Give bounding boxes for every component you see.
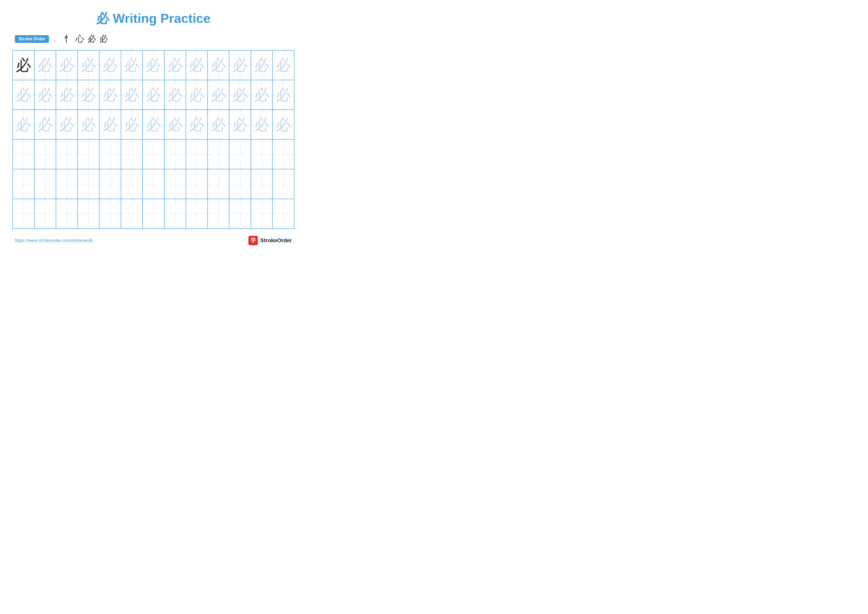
grid-cell[interactable]: 必 [273, 50, 294, 80]
grid-cell[interactable]: 必 [99, 80, 121, 110]
grid-cell[interactable] [229, 169, 251, 199]
grid-cell[interactable] [208, 199, 229, 229]
grid-cell[interactable] [273, 169, 294, 199]
grid-cell[interactable]: 必 [208, 50, 229, 80]
grid-cell[interactable]: 必 [143, 80, 164, 110]
grid-cell[interactable]: 必 [12, 110, 34, 140]
grid-cell[interactable] [143, 169, 164, 199]
cell-char: 必 [59, 58, 74, 73]
cell-char: 必 [37, 87, 53, 103]
cell-char: 必 [59, 117, 74, 132]
footer-url[interactable]: https://www.strokeorder.com/chinese/必 [15, 238, 93, 244]
grid-cell[interactable] [186, 199, 208, 229]
stroke-seq-2: 忄 [64, 33, 72, 45]
grid-cell[interactable]: 必 [208, 110, 229, 140]
grid-cell[interactable]: 必 [273, 110, 294, 140]
stroke-seq-5: 必 [99, 33, 108, 45]
grid-cell[interactable] [229, 140, 251, 169]
grid-cell[interactable]: 必 [229, 110, 251, 140]
grid-cell[interactable]: 必 [34, 80, 56, 110]
grid-cell[interactable]: 必 [56, 80, 78, 110]
grid-cell[interactable]: 必 [164, 80, 186, 110]
grid-cell[interactable] [34, 199, 56, 229]
grid-cell[interactable] [34, 140, 56, 169]
grid-cell[interactable] [208, 169, 229, 199]
grid-cell[interactable]: 必 [229, 80, 251, 110]
grid-cell[interactable]: 必 [34, 50, 56, 80]
grid-cell[interactable] [121, 169, 143, 199]
grid-cell[interactable]: 必 [78, 110, 99, 140]
grid-cell[interactable]: 必 [99, 110, 121, 140]
grid-cell[interactable] [12, 140, 34, 169]
grid-cell[interactable] [121, 199, 143, 229]
grid-cell[interactable]: 必 [186, 110, 208, 140]
grid-cell[interactable] [251, 169, 273, 199]
grid-cell[interactable] [186, 169, 208, 199]
grid-cell[interactable]: 必 [12, 80, 34, 110]
grid-cell[interactable] [121, 140, 143, 169]
grid-cell[interactable] [164, 169, 186, 199]
cell-char: 必 [189, 117, 205, 132]
grid-cell[interactable]: 必 [99, 50, 121, 80]
grid-cell[interactable] [229, 199, 251, 229]
grid-cell[interactable] [208, 140, 229, 169]
grid-cell[interactable]: 必 [143, 50, 164, 80]
grid-cell[interactable] [56, 169, 78, 199]
grid-cell[interactable] [143, 199, 164, 229]
grid-cell[interactable]: 必 [121, 80, 143, 110]
grid-cell[interactable] [78, 140, 99, 169]
grid-cell[interactable]: 必 [34, 110, 56, 140]
grid-cell[interactable]: 必 [121, 110, 143, 140]
cell-char: 必 [146, 117, 161, 132]
grid-cell[interactable]: 必 [273, 80, 294, 110]
cell-char: 必 [167, 58, 183, 73]
grid-cell[interactable]: 必 [251, 110, 273, 140]
cell-char: 必 [16, 117, 31, 132]
brand-icon: 字 [248, 236, 258, 245]
grid-cell[interactable]: 必 [229, 50, 251, 80]
cell-char: 必 [254, 117, 270, 132]
grid-cell[interactable]: 必 [164, 50, 186, 80]
grid-cell[interactable] [12, 199, 34, 229]
grid-cell[interactable] [99, 199, 121, 229]
grid-cell[interactable] [78, 199, 99, 229]
grid-cell[interactable] [56, 140, 78, 169]
stroke-order-badge: Stroke Order [15, 35, 49, 43]
grid-cell[interactable] [251, 199, 273, 229]
grid-cell[interactable]: 必 [56, 50, 78, 80]
cell-char: 必 [37, 58, 53, 73]
grid-cell[interactable]: 必 [78, 80, 99, 110]
cell-char: 必 [211, 87, 226, 103]
grid-cell[interactable]: 必 [164, 110, 186, 140]
grid-cell[interactable] [273, 199, 294, 229]
practice-grid: 必必必必必必必必必必必必必必必必必必必必必必必必必必必必必必必必必必必必必必必 [12, 50, 294, 229]
grid-cell[interactable] [99, 140, 121, 169]
grid-cell[interactable]: 必 [208, 80, 229, 110]
grid-cell[interactable]: 必 [186, 80, 208, 110]
grid-cell[interactable]: 必 [78, 50, 99, 80]
cell-char: 必 [276, 117, 291, 132]
cell-char: 必 [81, 117, 96, 132]
grid-cell[interactable] [78, 169, 99, 199]
grid-cell[interactable] [186, 140, 208, 169]
grid-cell[interactable] [164, 140, 186, 169]
grid-cell[interactable] [251, 140, 273, 169]
grid-cell[interactable]: 必 [143, 110, 164, 140]
page-title: 必 Writing Practice [12, 10, 294, 27]
grid-cell[interactable] [99, 169, 121, 199]
grid-cell[interactable]: 必 [251, 50, 273, 80]
grid-cell[interactable] [34, 169, 56, 199]
grid-cell[interactable] [12, 169, 34, 199]
grid-cell[interactable] [164, 199, 186, 229]
title-text: Writing Practice [109, 11, 210, 25]
grid-cell[interactable]: 必 [56, 110, 78, 140]
grid-cell[interactable]: 必 [251, 80, 273, 110]
grid-cell[interactable]: 必 [121, 50, 143, 80]
grid-cell[interactable] [143, 140, 164, 169]
cell-char: 必 [232, 58, 248, 73]
grid-cell[interactable]: 必 [12, 50, 34, 80]
footer-brand: 字 StrokeOrder [248, 236, 292, 245]
grid-cell[interactable]: 必 [186, 50, 208, 80]
grid-cell[interactable] [273, 140, 294, 169]
grid-cell[interactable] [56, 199, 78, 229]
